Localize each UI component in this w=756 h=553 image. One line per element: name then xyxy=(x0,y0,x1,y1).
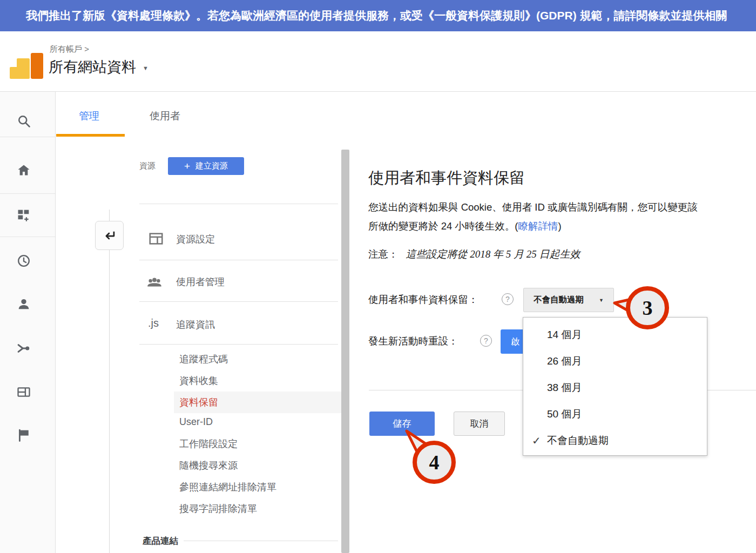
menu-divider xyxy=(139,204,338,204)
description-line2-pre: 所做的變更將於 24 小時後生效。( xyxy=(368,220,518,232)
menu-item-tracking-info[interactable]: 追蹤資訊 xyxy=(176,318,215,331)
help-icon[interactable]: ? xyxy=(502,293,514,305)
analytics-logo-icon xyxy=(10,53,44,79)
description-line2: 所做的變更將於 24 小時後生效。(瞭解詳情) xyxy=(368,219,562,233)
sub-item-tracking-code[interactable]: 追蹤程式碼 xyxy=(179,353,228,366)
ga-admin-screen: 我們推出了新版《資料處理條款》。若您為歐洲經濟區的使用者提供服務，或受《一般資料… xyxy=(0,0,756,553)
reset-field-label: 發生新活動時重設： xyxy=(368,334,458,348)
tab-users[interactable]: 使用者 xyxy=(150,109,180,123)
tracking-js-icon: .js xyxy=(148,317,159,329)
rail-divider xyxy=(0,237,55,237)
gdpr-banner: 我們推出了新版《資料處理條款》。若您為歐洲經濟區的使用者提供服務，或受《一般資料… xyxy=(0,0,756,31)
sub-item-session-settings[interactable]: 工作階段設定 xyxy=(179,437,238,450)
acquisition-icon[interactable] xyxy=(16,341,31,356)
user-management-icon xyxy=(146,273,163,293)
behavior-icon[interactable] xyxy=(16,385,31,400)
note-text: 這些設定將從 2018 年 5 月 25 日起生效 xyxy=(406,248,580,260)
account-selector[interactable]: 所有網站資料▼ xyxy=(49,57,148,77)
menu-divider xyxy=(139,260,338,260)
account-title: 所有網站資料 xyxy=(49,59,136,75)
check-icon: ✓ xyxy=(532,434,547,447)
return-arrow-icon xyxy=(102,228,117,243)
dropdown-option-no-expiry[interactable]: ✓ 不會自動過期 xyxy=(523,427,707,454)
breadcrumb[interactable]: 所有帳戶 > xyxy=(50,44,89,55)
app-header: 所有帳戶 > 所有網站資料▼ xyxy=(0,31,756,92)
retention-dropdown[interactable]: 不會自動過期 ▼ xyxy=(523,288,614,312)
menu-scrollbar[interactable] xyxy=(341,150,349,553)
description-line1: 您送出的資料如果與 Cookie、使用者 ID 或廣告識別碼有關，您可以變更該 xyxy=(368,200,698,214)
note-label: 注意： xyxy=(368,248,399,260)
gdpr-banner-text: 我們推出了新版《資料處理條款》。若您為歐洲經濟區的使用者提供服務，或受《一般資料… xyxy=(26,9,727,22)
annotation-step-3-number: 3 xyxy=(643,296,653,319)
tab-admin[interactable]: 管理 xyxy=(79,109,99,123)
description-line2-post: ) xyxy=(558,220,562,232)
sub-item-data-retention[interactable]: 資料保留 xyxy=(179,396,218,409)
chevron-down-icon: ▼ xyxy=(143,65,148,71)
chevron-down-icon: ▼ xyxy=(599,298,604,303)
product-linking-section-label: 產品連結 xyxy=(143,535,178,547)
sub-item-user-id[interactable]: User-ID xyxy=(179,416,213,428)
nav-rail xyxy=(0,92,56,553)
dropdown-option-50-months[interactable]: 50 個月 xyxy=(523,401,707,427)
property-settings-icon xyxy=(148,231,164,249)
menu-item-property-settings[interactable]: 資源設定 xyxy=(176,233,215,246)
sub-item-referral-exclusion[interactable]: 參照連結網址排除清單 xyxy=(179,481,276,494)
rail-divider xyxy=(0,137,55,137)
create-property-label: 建立資源 xyxy=(195,161,228,171)
dropdown-option-38-months[interactable]: 38 個月 xyxy=(523,374,707,401)
realtime-clock-icon[interactable] xyxy=(16,253,31,268)
collapse-column-button[interactable] xyxy=(95,221,124,250)
annotation-step-4-number: 4 xyxy=(429,451,440,474)
menu-divider xyxy=(139,301,338,302)
sub-item-search-term-exclusion[interactable]: 搜尋字詞排除清單 xyxy=(179,502,257,515)
active-tab-underline xyxy=(56,134,125,137)
menu-divider xyxy=(139,344,338,345)
sub-item-organic-search[interactable]: 隨機搜尋來源 xyxy=(179,459,238,472)
section-divider xyxy=(184,541,338,541)
menu-item-user-management[interactable]: 使用者管理 xyxy=(176,275,225,288)
sub-item-data-collection[interactable]: 資料收集 xyxy=(179,374,218,387)
conversions-flag-icon[interactable] xyxy=(16,428,31,443)
home-icon[interactable] xyxy=(16,163,31,178)
page-title: 使用者和事件資料保留 xyxy=(368,167,525,189)
plus-icon: + xyxy=(184,161,190,171)
dropdown-option-26-months[interactable]: 26 個月 xyxy=(523,348,707,374)
property-column-label: 資源 xyxy=(139,161,156,171)
customization-icon[interactable] xyxy=(16,207,31,222)
annotation-step-4: 4 xyxy=(397,426,467,493)
annotation-step-3: 3 xyxy=(609,278,690,341)
retention-dropdown-value: 不會自動過期 xyxy=(534,294,584,306)
search-icon[interactable] xyxy=(16,113,31,129)
rail-divider xyxy=(0,193,55,194)
learn-more-link[interactable]: 瞭解詳情 xyxy=(518,220,558,232)
note-row: 注意：這些設定將從 2018 年 5 月 25 日起生效 xyxy=(368,247,580,261)
audience-person-icon[interactable] xyxy=(16,296,31,312)
create-property-button[interactable]: + 建立資源 xyxy=(168,157,244,175)
column-divider-line xyxy=(109,210,110,553)
retention-field-label: 使用者和事件資料保留： xyxy=(368,293,478,306)
help-icon[interactable]: ? xyxy=(480,335,492,347)
